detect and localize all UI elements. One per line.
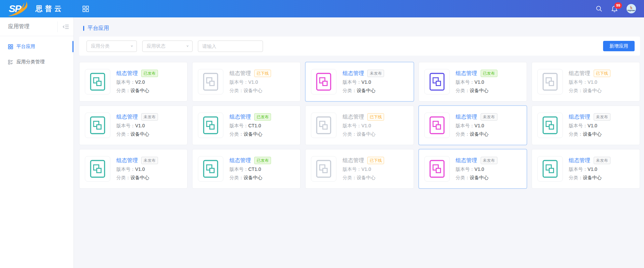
app-card-body: 组态管理 已发布 版本号：CT1.0 分类：设备中心 — [229, 113, 271, 137]
logo-sp-text: SP — [9, 3, 21, 14]
app-icon-box — [537, 69, 563, 94]
notifications-bell-icon[interactable]: 99 — [611, 5, 618, 12]
filter-bar: 应用分类 ∨ 应用状态 ∨ 新增应用 — [79, 37, 640, 56]
app-title-link[interactable]: 组态管理 — [456, 114, 477, 121]
overlapping-squares-icon — [429, 116, 445, 134]
app-status-select[interactable]: 应用状态 ∨ — [142, 41, 193, 52]
app-card-body: 组态管理 未发布 版本号：V1.0 分类：设备中心 — [456, 157, 497, 181]
chevron-down-icon: ∨ — [130, 44, 133, 48]
app-icon-box — [424, 156, 450, 182]
search-icon[interactable] — [596, 5, 602, 12]
app-title-link[interactable]: 组态管理 — [229, 114, 251, 121]
app-card[interactable]: 组态管理 已发布 版本号：CT1.0 分类：设备中心 — [192, 106, 301, 145]
overlapping-squares-icon — [429, 160, 445, 178]
add-app-button[interactable]: 新增应用 — [603, 41, 635, 51]
version-row: 版本号：V1.0 — [116, 123, 158, 129]
overlapping-squares-icon — [90, 73, 105, 91]
app-title-link[interactable]: 组态管理 — [569, 70, 590, 77]
overlapping-squares-icon — [542, 160, 558, 178]
app-card[interactable]: 组态管理 已下线 版本号：V1.0 分类：设备中心 — [532, 62, 640, 102]
app-card[interactable]: 组态管理 已下线 版本号：V1.0 分类：设备中心 — [305, 149, 414, 189]
overlapping-squares-icon — [542, 73, 558, 91]
category-row: 分类：设备中心 — [342, 88, 384, 94]
version-row: 版本号：V1.0 — [569, 79, 610, 85]
app-card[interactable]: 组态管理 未发布 版本号：V1.0 分类：设备中心 — [79, 106, 187, 145]
app-card[interactable]: 组态管理 未发布 版本号：V1.0 分类：设备中心 — [532, 149, 640, 189]
app-title-link[interactable]: 组态管理 — [569, 114, 590, 121]
app-title-link[interactable]: 组态管理 — [229, 70, 251, 77]
title-accent-bar — [83, 26, 84, 31]
app-icon-box — [198, 69, 223, 94]
app-card[interactable]: 组态管理 已下线 版本号：V1.0 分类：设备中心 — [192, 62, 301, 102]
app-card[interactable]: 组态管理 未发布 版本号：V1.0 分类：设备中心 — [79, 149, 187, 189]
app-card-body: 组态管理 已下线 版本号：V1.0 分类：设备中心 — [569, 70, 610, 94]
overlapping-squares-icon — [90, 160, 105, 178]
category-row: 分类：设备中心 — [342, 175, 384, 181]
app-card[interactable]: 组态管理 已发布 版本号：V1.0 分类：设备中心 — [419, 62, 527, 102]
app-card[interactable]: 组态管理 未发布 版本号：V1.0 分类：设备中心 — [305, 62, 414, 102]
top-header: SP 思普云 99 🦌 Higntan — [0, 0, 644, 17]
app-title-link[interactable]: 组态管理 — [569, 157, 590, 164]
app-icon-box — [198, 113, 223, 138]
category-row: 分类：设备中心 — [342, 131, 384, 137]
logo-title: 思普云 — [36, 4, 64, 13]
app-title-link[interactable]: 组态管理 — [342, 70, 364, 77]
app-title-link[interactable]: 组态管理 — [116, 114, 138, 121]
category-row: 分类：设备中心 — [116, 175, 158, 181]
app-title-link[interactable]: 组态管理 — [342, 157, 364, 164]
app-title-link[interactable]: 组态管理 — [116, 70, 138, 77]
overlapping-squares-icon — [316, 73, 331, 91]
overlapping-squares-icon — [316, 116, 331, 134]
app-card-body: 组态管理 未发布 版本号：V1.0 分类：设备中心 — [456, 113, 497, 137]
app-card[interactable]: 组态管理 已发布 版本号：CT1.0 分类：设备中心 — [192, 149, 301, 189]
app-icon-box — [537, 156, 563, 182]
sidebar-item-platform-apps[interactable]: 平台应用 — [0, 39, 73, 54]
app-card-body: 组态管理 已下线 版本号：V1.0 分类：设备中心 — [342, 157, 384, 181]
version-row: 版本号：CT1.0 — [229, 166, 271, 173]
app-icon-box — [424, 69, 450, 94]
app-icon-box — [85, 69, 110, 94]
sidebar-item-app-categories[interactable]: 应用分类管理 — [0, 54, 73, 70]
sidebar-item-label: 平台应用 — [16, 44, 35, 50]
app-title-link[interactable]: 组态管理 — [456, 70, 477, 77]
app-card[interactable]: 组态管理 已发布 版本号：V2.0 分类：设备中心 — [79, 62, 187, 102]
chevron-down-icon: ∨ — [186, 44, 189, 48]
avatar[interactable]: 🦌 Higntan — [627, 4, 636, 13]
status-badge: 已下线 — [367, 157, 384, 164]
status-badge: 未发布 — [141, 113, 158, 121]
apps-grid-icon[interactable] — [83, 6, 89, 12]
app-card[interactable]: 组态管理 未发布 版本号：V1.0 分类：设备中心 — [532, 106, 640, 145]
version-row: 版本号：V1.0 — [342, 166, 384, 173]
app-logo: SP 思普云 — [9, 2, 64, 15]
category-row: 分类：设备中心 — [569, 175, 610, 181]
version-row: 版本号：V1.0 — [569, 166, 610, 173]
category-row: 分类：设备中心 — [229, 88, 271, 94]
status-badge: 未发布 — [594, 113, 610, 121]
app-card[interactable]: 组态管理 未发布 版本号：V1.0 分类：设备中心 — [419, 106, 527, 145]
app-category-select[interactable]: 应用分类 ∨ — [87, 41, 137, 52]
overlapping-squares-icon — [90, 116, 105, 134]
sidebar-item-label: 应用分类管理 — [16, 59, 45, 65]
version-row: 版本号：V1.0 — [456, 166, 497, 173]
overlapping-squares-icon — [542, 116, 558, 134]
app-card[interactable]: 组态管理 未发布 版本号：V1.0 分类：设备中心 — [419, 149, 527, 189]
sidebar-title: 应用管理 — [0, 23, 57, 30]
app-card-body: 组态管理 已发布 版本号：V2.0 分类：设备中心 — [116, 70, 158, 94]
app-card-body: 组态管理 未发布 版本号：V1.0 分类：设备中心 — [342, 70, 384, 94]
app-icon-box — [198, 156, 223, 182]
select-placeholder: 应用分类 — [91, 43, 110, 49]
app-card-body: 组态管理 已发布 版本号：CT1.0 分类：设备中心 — [229, 157, 271, 181]
category-row: 分类：设备中心 — [229, 175, 271, 181]
app-title-link[interactable]: 组态管理 — [342, 114, 364, 121]
app-title-link[interactable]: 组态管理 — [116, 157, 138, 164]
category-list-icon — [8, 60, 13, 65]
app-title-link[interactable]: 组态管理 — [456, 157, 477, 164]
sidebar-collapse-icon[interactable] — [57, 21, 73, 32]
overlapping-squares-icon — [203, 73, 218, 91]
app-card-body: 组态管理 未发布 版本号：V1.0 分类：设备中心 — [116, 157, 158, 181]
app-card[interactable]: 组态管理 已下线 版本号：V1.0 分类：设备中心 — [305, 106, 414, 145]
app-title-link[interactable]: 组态管理 — [229, 157, 251, 164]
search-input[interactable] — [198, 41, 263, 52]
app-icon-box — [424, 113, 450, 138]
app-card-body: 组态管理 未发布 版本号：V1.0 分类：设备中心 — [116, 113, 158, 137]
